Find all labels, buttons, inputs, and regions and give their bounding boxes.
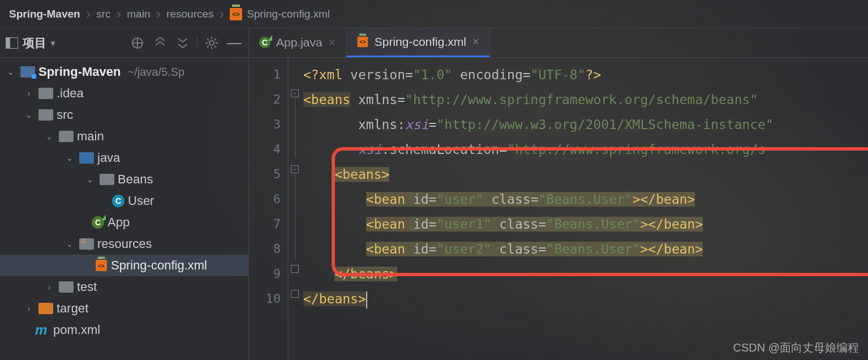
folder-icon	[59, 281, 74, 293]
fold-end-icon[interactable]	[291, 290, 299, 298]
tree-app[interactable]: App	[108, 215, 130, 230]
java-run-icon: C	[92, 216, 104, 229]
gutter-line: 8	[249, 237, 287, 262]
gutter-line: 3	[249, 112, 287, 137]
gutter-line: 9	[249, 262, 287, 286]
tree-target[interactable]: target	[57, 301, 88, 316]
dropdown-triangle-icon[interactable]: ▾	[51, 38, 55, 48]
folder-icon	[59, 131, 74, 142]
crumb-file[interactable]: <> Spring-config.xml	[230, 8, 330, 20]
project-sidebar: 项目 ▾ — ⌄ Spring-Maven	[0, 28, 249, 360]
tree-config-xml[interactable]: Spring-config.xml	[111, 258, 207, 273]
fold-toggle-icon[interactable]: −	[291, 165, 299, 173]
package-icon	[100, 174, 114, 185]
chevron-right-icon: ›	[220, 5, 225, 23]
tree-pom[interactable]: pom.xml	[53, 323, 100, 337]
chevron-down-icon[interactable]: ⌄	[63, 153, 76, 162]
fold-end-icon[interactable]	[291, 265, 299, 273]
project-view-icon	[6, 37, 18, 49]
code-editor[interactable]: <?xml version="1.0" encoding="UTF-8"?> <…	[303, 58, 868, 360]
collapse-all-icon[interactable]	[174, 35, 191, 52]
gutter-line: 7	[249, 212, 287, 237]
svg-line-12	[214, 38, 216, 40]
excluded-folder-icon	[38, 303, 53, 314]
svg-line-13	[207, 46, 209, 48]
tree-idea[interactable]: .idea	[57, 86, 84, 101]
project-tree[interactable]: ⌄ Spring-Maven ~/java/5.Sp › .idea ⌄ src…	[0, 58, 248, 344]
java-run-icon: C	[259, 37, 270, 48]
svg-point-5	[209, 41, 214, 45]
svg-line-11	[214, 46, 216, 48]
source-folder-icon	[79, 152, 94, 164]
sidebar-title: 项目	[23, 35, 46, 51]
crumb-resources[interactable]: resources	[166, 8, 213, 20]
divider	[197, 36, 197, 50]
expand-all-icon[interactable]	[152, 35, 169, 52]
editor-area: C App.java ✕ <> Spring-config.xml ✕ 1 2 …	[249, 28, 868, 360]
tree-project-name[interactable]: Spring-Maven	[38, 65, 121, 79]
module-icon	[20, 66, 35, 78]
xml-file-icon: <>	[357, 36, 368, 47]
tab-app-java[interactable]: C App.java ✕	[249, 28, 346, 57]
crumb-project[interactable]: Spring-Maven	[9, 8, 80, 20]
chevron-right-icon[interactable]: ›	[43, 282, 55, 292]
crumb-src[interactable]: src	[96, 8, 110, 20]
chevron-down-icon[interactable]: ⌄	[84, 175, 96, 184]
class-icon: C	[112, 195, 124, 207]
chevron-down-icon[interactable]: ⌄	[43, 132, 55, 141]
tree-project-path: ~/java/5.Sp	[127, 66, 184, 79]
editor-tabs: C App.java ✕ <> Spring-config.xml ✕	[249, 28, 868, 58]
tree-resources[interactable]: resources	[97, 237, 152, 251]
gear-icon[interactable]	[203, 35, 220, 52]
gutter-line: 4	[249, 137, 287, 162]
gutter-line: 5	[249, 162, 287, 187]
caret	[366, 292, 367, 308]
chevron-down-icon[interactable]: ⌄	[63, 239, 76, 248]
tree-beans[interactable]: Beans	[118, 172, 153, 187]
chevron-right-icon: ›	[156, 5, 161, 23]
gutter-line: 1	[249, 62, 287, 87]
xml-file-icon: <>	[96, 260, 107, 271]
close-icon[interactable]: ✕	[472, 36, 479, 47]
fold-toggle-icon[interactable]: −	[291, 89, 299, 97]
svg-rect-1	[6, 37, 10, 49]
tab-spring-config[interactable]: <> Spring-config.xml ✕	[346, 28, 490, 57]
tab-label: Spring-config.xml	[375, 35, 466, 49]
chevron-right-icon[interactable]: ›	[23, 89, 35, 98]
xml-file-icon: <>	[230, 8, 242, 20]
line-gutter[interactable]: 1 2 3 4 5 6 7 8 9 10	[249, 58, 289, 360]
tab-label: App.java	[276, 36, 323, 49]
fold-strip: − −	[289, 58, 303, 360]
hide-icon[interactable]: —	[226, 35, 243, 52]
gutter-line: 10	[249, 286, 287, 311]
select-opened-file-icon[interactable]	[129, 35, 146, 52]
crumb-main[interactable]: main	[127, 8, 150, 20]
breadcrumb: Spring-Maven › src › main › resources › …	[0, 0, 868, 28]
tree-user[interactable]: User	[128, 194, 154, 208]
close-icon[interactable]: ✕	[328, 37, 336, 48]
folder-icon	[38, 109, 53, 121]
tree-main[interactable]: main	[77, 129, 104, 144]
svg-line-10	[207, 38, 209, 40]
tree-test[interactable]: test	[77, 280, 97, 294]
gutter-line: 6	[249, 187, 287, 212]
gutter-line: 2	[249, 87, 287, 112]
tree-src[interactable]: src	[57, 108, 73, 122]
tree-java[interactable]: java	[97, 151, 120, 165]
chevron-right-icon: ›	[86, 5, 91, 23]
maven-icon: m	[35, 322, 50, 338]
chevron-down-icon[interactable]: ⌄	[23, 110, 35, 119]
folder-icon	[38, 88, 53, 99]
chevron-right-icon: ›	[117, 5, 122, 23]
resources-folder-icon	[79, 238, 94, 250]
crumb-file-label: Spring-config.xml	[247, 8, 330, 20]
chevron-down-icon[interactable]: ⌄	[5, 67, 17, 76]
chevron-right-icon[interactable]: ›	[23, 304, 35, 313]
